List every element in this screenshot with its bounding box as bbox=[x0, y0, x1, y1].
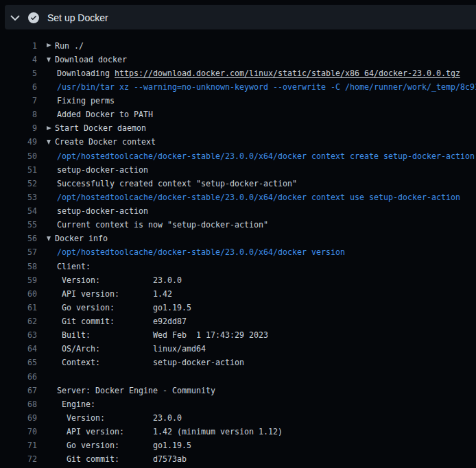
log-text: API version: 1.42 bbox=[57, 287, 172, 301]
group-arrow-collapsed-icon[interactable] bbox=[47, 126, 51, 130]
log-line: 65 Context: setup-docker-action bbox=[0, 356, 476, 369]
log-command-text: /usr/bin/tar xz --warning=no-unknown-key… bbox=[57, 80, 476, 94]
line-number: 62 bbox=[0, 315, 37, 328]
line-number: 9 bbox=[0, 121, 37, 135]
log-text: Start Docker daemon bbox=[55, 121, 146, 135]
line-number: 72 bbox=[0, 452, 37, 466]
log-text: Docker info bbox=[55, 232, 108, 245]
step-title: Set up Docker bbox=[47, 5, 108, 29]
log-command-text: /opt/hostedtoolcache/docker-stable/23.0.… bbox=[57, 245, 345, 259]
line-number: 52 bbox=[0, 177, 37, 190]
log-text: Create Docker context bbox=[55, 135, 156, 149]
line-number: 60 bbox=[0, 287, 37, 301]
log-text: API version: 1.42 (minimum version 1.12) bbox=[57, 425, 283, 439]
line-number: 69 bbox=[0, 411, 37, 425]
line-number: 63 bbox=[0, 328, 37, 342]
log-text: Go version: go1.19.5 bbox=[57, 439, 191, 452]
log-group-row[interactable]: 1Run ./ bbox=[0, 39, 476, 53]
log-line: 8Added Docker to PATH bbox=[0, 108, 476, 121]
log-line: 70 API version: 1.42 (minimum version 1.… bbox=[0, 425, 476, 439]
log-line: 53/opt/hostedtoolcache/docker-stable/23.… bbox=[0, 190, 476, 204]
log-text: Current context is now "setup-docker-act… bbox=[57, 218, 268, 232]
line-number: 64 bbox=[0, 342, 37, 356]
log-line: 58Client: bbox=[0, 260, 476, 273]
line-number: 55 bbox=[0, 218, 37, 232]
line-number: 71 bbox=[0, 439, 37, 452]
log-line: 54setup-docker-action bbox=[0, 204, 476, 218]
log-group-row[interactable]: 56Docker info bbox=[0, 232, 476, 245]
line-number: 5 bbox=[0, 66, 37, 80]
line-number: 66 bbox=[0, 370, 37, 384]
line-number: 53 bbox=[0, 190, 37, 204]
line-number: 7 bbox=[0, 94, 37, 108]
log-line: 5Downloading https://download.docker.com… bbox=[0, 66, 476, 80]
log-command-text: /opt/hostedtoolcache/docker-stable/23.0.… bbox=[57, 190, 460, 204]
log-line: 59 Version: 23.0.0 bbox=[0, 273, 476, 287]
log-line: 69 Version: 23.0.0 bbox=[0, 411, 476, 425]
check-circle-icon bbox=[28, 12, 39, 23]
line-number: 49 bbox=[0, 135, 37, 149]
log-text: OS/Arch: linux/amd64 bbox=[57, 342, 206, 356]
log-line: 61 Go version: go1.19.5 bbox=[0, 301, 476, 315]
log-line: 50/opt/hostedtoolcache/docker-stable/23.… bbox=[0, 149, 476, 163]
log-text: Version: 23.0.0 bbox=[57, 273, 182, 287]
log-line: 51setup-docker-action bbox=[0, 163, 476, 177]
log-text: Successfully created context "setup-dock… bbox=[57, 177, 297, 190]
log-text: setup-docker-action bbox=[57, 163, 148, 177]
log-group-row[interactable]: 9Start Docker daemon bbox=[0, 121, 476, 135]
line-number: 61 bbox=[0, 301, 37, 315]
log-line: 60 API version: 1.42 bbox=[0, 287, 476, 301]
log-text: Download docker bbox=[55, 53, 127, 66]
log-text: Run ./ bbox=[55, 39, 84, 53]
log-text: Git commit: d7573ab bbox=[57, 452, 187, 466]
chevron-down-icon[interactable] bbox=[10, 12, 21, 23]
step-header[interactable]: Set up Docker bbox=[5, 5, 476, 29]
log-line: 52Successfully created context "setup-do… bbox=[0, 177, 476, 190]
log-line: 66 bbox=[0, 370, 476, 384]
log-line: 7Fixing perms bbox=[0, 94, 476, 108]
log-line: 55Current context is now "setup-docker-a… bbox=[0, 218, 476, 232]
log-text: Built: Wed Feb 1 17:43:29 2023 bbox=[57, 328, 268, 342]
line-number: 8 bbox=[0, 108, 37, 121]
actions-log-viewer: Set up Docker 1Run ./4Download docker5Do… bbox=[0, 0, 476, 468]
line-number: 58 bbox=[0, 260, 37, 273]
line-number: 65 bbox=[0, 356, 37, 369]
group-arrow-expanded-icon[interactable] bbox=[47, 58, 51, 62]
log-group-row[interactable]: 4Download docker bbox=[0, 53, 476, 66]
line-number: 68 bbox=[0, 397, 37, 411]
log-line: 62 Git commit: e92dd87 bbox=[0, 315, 476, 328]
line-number: 50 bbox=[0, 149, 37, 163]
log-command-text: /opt/hostedtoolcache/docker-stable/23.0.… bbox=[57, 149, 475, 163]
line-number: 70 bbox=[0, 425, 37, 439]
log-link[interactable]: https://download.docker.com/linux/static… bbox=[115, 69, 460, 78]
log-line: 63 Built: Wed Feb 1 17:43:29 2023 bbox=[0, 328, 476, 342]
log-line: 71 Go version: go1.19.5 bbox=[0, 439, 476, 452]
log-text: Downloading https://download.docker.com/… bbox=[57, 66, 460, 80]
log-text: Server: Docker Engine - Community bbox=[57, 384, 215, 397]
line-number: 6 bbox=[0, 80, 37, 94]
log-line: 64 OS/Arch: linux/amd64 bbox=[0, 342, 476, 356]
log-text: Version: 23.0.0 bbox=[57, 411, 182, 425]
line-number: 1 bbox=[0, 39, 37, 53]
log-line: 68 Engine: bbox=[0, 397, 476, 411]
log-text: Go version: go1.19.5 bbox=[57, 301, 191, 315]
log-line: 72 Git commit: d7573ab bbox=[0, 452, 476, 466]
group-arrow-collapsed-icon[interactable] bbox=[47, 43, 51, 47]
line-number: 4 bbox=[0, 53, 37, 66]
log-text: Engine: bbox=[57, 397, 95, 411]
log-group-row[interactable]: 49Create Docker context bbox=[0, 135, 476, 149]
log-text: Git commit: e92dd87 bbox=[57, 315, 187, 328]
group-arrow-expanded-icon[interactable] bbox=[47, 140, 51, 145]
group-arrow-expanded-icon[interactable] bbox=[47, 236, 51, 241]
log-text: Context: setup-docker-action bbox=[57, 356, 244, 369]
line-number: 56 bbox=[0, 232, 37, 245]
log-text: Added Docker to PATH bbox=[57, 108, 153, 121]
log-line: 67Server: Docker Engine - Community bbox=[0, 384, 476, 397]
log-line: 6/usr/bin/tar xz --warning=no-unknown-ke… bbox=[0, 80, 476, 94]
log-text: Fixing perms bbox=[57, 94, 115, 108]
line-number: 51 bbox=[0, 163, 37, 177]
line-number: 54 bbox=[0, 204, 37, 218]
log-lines: 1Run ./4Download docker5Downloading http… bbox=[0, 39, 476, 467]
log-text: setup-docker-action bbox=[57, 204, 148, 218]
line-number: 57 bbox=[0, 245, 37, 259]
